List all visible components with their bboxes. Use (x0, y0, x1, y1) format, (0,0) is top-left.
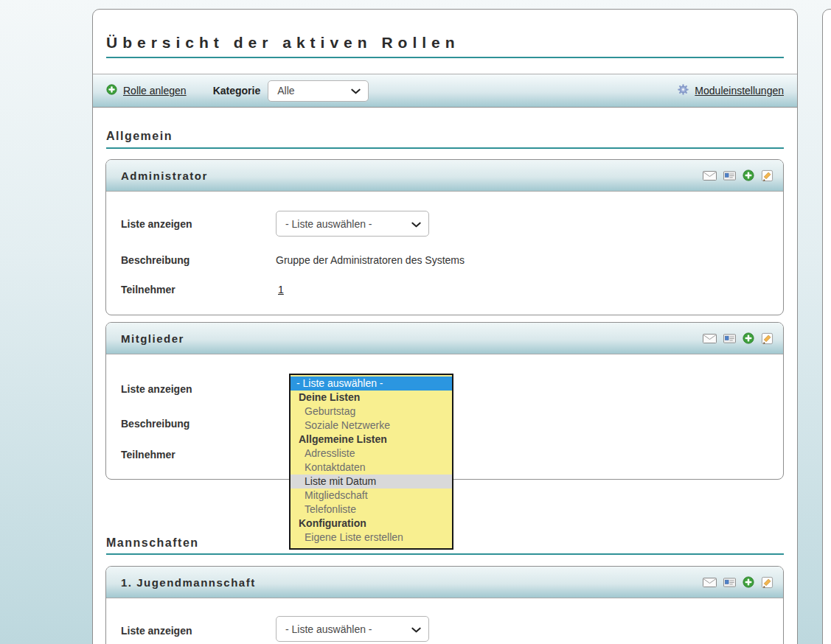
create-role-link[interactable]: Rolle anlegen (123, 85, 187, 97)
toolbar: Rolle anlegen Kategorie Alle (93, 74, 797, 108)
mail-icon[interactable] (703, 334, 717, 343)
section-heading-allgemein: Allgemein (106, 130, 173, 143)
dropdown-option[interactable]: Eigene Liste erstellen (291, 531, 452, 545)
add-member-icon[interactable] (743, 169, 754, 181)
contact-card-icon[interactable] (723, 334, 736, 343)
add-member-icon[interactable] (743, 576, 754, 588)
description-value: Gruppe der Administratoren des Systems (276, 254, 465, 266)
dropdown-option-hover[interactable]: Liste mit Datum (291, 475, 452, 489)
category-label: Kategorie (213, 85, 261, 97)
dropdown-group-label: Allgemeine Listen (291, 433, 452, 447)
category-select-value: Alle (277, 85, 294, 97)
dropdown-group-label: Konfiguration (291, 517, 452, 531)
module-settings-link[interactable]: Moduleinstellungen (695, 85, 784, 97)
card-header: Mitglieder (106, 323, 783, 354)
card-title: Mitglieder (121, 332, 703, 345)
dropdown-option[interactable]: Soziale Netzwerke (291, 419, 452, 433)
page: Übersicht der aktiven Rollen Rolle anleg… (0, 0, 831, 644)
list-select[interactable]: - Liste auswählen - (276, 616, 429, 642)
edit-icon[interactable] (761, 332, 773, 345)
card-actions (703, 332, 773, 345)
chevron-down-icon (411, 623, 421, 635)
add-icon[interactable] (106, 84, 117, 98)
participants-link[interactable]: 1 (278, 284, 284, 295)
dropdown-option[interactable]: Mitgliedschaft (291, 489, 452, 503)
list-label: Liste anzeigen (121, 625, 192, 637)
mail-icon[interactable] (703, 578, 717, 587)
main-panel: Übersicht der aktiven Rollen Rolle anleg… (92, 9, 798, 644)
page-title: Übersicht der aktiven Rollen (106, 34, 460, 52)
module-settings-group: Moduleinstellungen (678, 84, 784, 98)
card-title: 1. Jugendmannschaft (121, 576, 703, 589)
description-label: Beschreibung (121, 254, 190, 266)
card-actions (703, 169, 773, 182)
card-title: Administrator (121, 169, 703, 182)
add-member-icon[interactable] (743, 332, 754, 344)
chevron-down-icon (411, 218, 421, 230)
dropdown-option-selected[interactable]: - Liste auswählen - (291, 377, 452, 391)
dropdown-option[interactable]: Telefonliste (291, 503, 452, 517)
dropdown-group-label: Deine Listen (291, 391, 452, 405)
section-rule-mannschaften (106, 553, 784, 555)
list-select-value: - Liste auswählen - (285, 218, 372, 230)
contact-card-icon[interactable] (723, 171, 736, 181)
create-role-group: Rolle anlegen (106, 84, 187, 98)
edit-icon[interactable] (761, 576, 773, 589)
section-rule-allgemein (106, 147, 784, 149)
gear-icon[interactable] (678, 84, 689, 98)
title-underline (106, 57, 784, 58)
list-label: Liste anzeigen (121, 383, 192, 395)
secondary-panel (822, 9, 831, 644)
chevron-down-icon (351, 85, 361, 97)
role-card-jugendmannschaft: 1. Jugendmannschaft Liste anz (105, 566, 784, 644)
section-heading-mannschaften: Mannschaften (106, 536, 199, 550)
category-select[interactable]: Alle (268, 80, 369, 102)
dropdown-option[interactable]: Geburtstag (291, 405, 452, 419)
mail-icon[interactable] (703, 171, 717, 181)
description-label: Beschreibung (121, 418, 190, 430)
card-actions (703, 576, 773, 589)
list-label: Liste anzeigen (121, 218, 192, 230)
participants-label: Teilnehmer (121, 449, 175, 461)
open-list-dropdown: - Liste auswählen - Deine Listen Geburts… (289, 374, 453, 550)
role-card-administrator: Administrator Liste anzeigen (105, 159, 784, 315)
list-select[interactable]: - Liste auswählen - (276, 211, 429, 237)
dropdown-option[interactable]: Adressliste (291, 447, 452, 461)
contact-card-icon[interactable] (723, 578, 736, 587)
dropdown-option[interactable]: Kontaktdaten (291, 461, 452, 475)
participants-label: Teilnehmer (121, 284, 175, 295)
card-header: 1. Jugendmannschaft (106, 567, 783, 598)
edit-icon[interactable] (761, 169, 773, 182)
list-select-value: - Liste auswählen - (285, 623, 372, 635)
card-header: Administrator (106, 160, 783, 192)
